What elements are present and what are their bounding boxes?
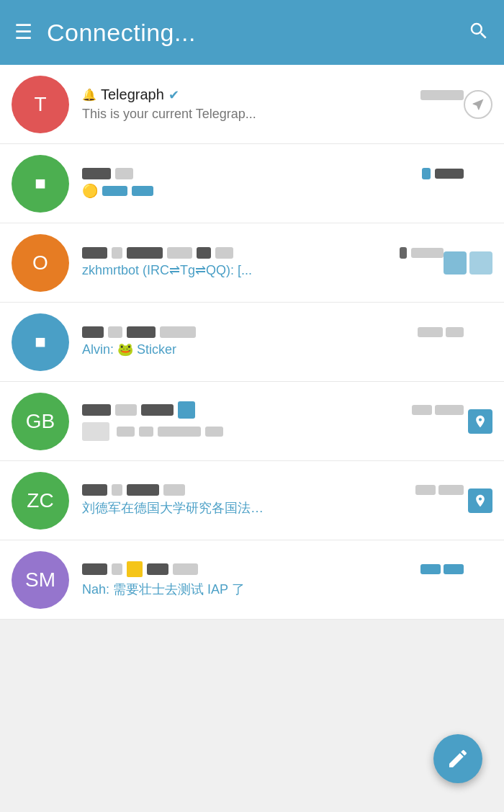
chat-preview-7: Nah: 需要壮士去测试 IAP 了 xyxy=(82,581,464,598)
chat-preview-5 xyxy=(82,422,464,441)
chat-content-5 xyxy=(82,401,464,441)
badge-area-5 xyxy=(464,409,492,434)
compose-fab[interactable] xyxy=(433,734,482,783)
chat-item-5[interactable]: GB xyxy=(0,382,504,461)
chat-content-3: zkhmrtbot (IRC⇌Tg⇌QQ): [... xyxy=(82,247,444,278)
chat-item-7[interactable]: SM Nah: 需要壮士去测试 IAP 了 xyxy=(0,540,504,620)
badge-area-6 xyxy=(464,488,492,513)
avatar-4: ■ xyxy=(12,313,69,371)
chat-content-7: Nah: 需要壮士去测试 IAP 了 xyxy=(82,561,464,598)
chat-item-6[interactable]: ZC 刘德军在德国大学研究各国法… xyxy=(0,461,504,540)
hamburger-icon[interactable]: ☰ xyxy=(14,22,32,43)
avatar-5: GB xyxy=(12,393,69,450)
chat-content-6: 刘德军在德国大学研究各国法… xyxy=(82,484,464,517)
chat-preview-4: Alvin: 🐸 Sticker xyxy=(82,342,464,357)
chat-item-3[interactable]: O zkhmrtbot (IRC⇌Tg⇌QQ): [... xyxy=(0,223,504,303)
avatar-2: ■ xyxy=(12,155,69,213)
search-icon[interactable] xyxy=(468,20,490,45)
chat-content-telegraph: 🔔 Telegraph ✔ This is your current Teleg… xyxy=(82,86,464,122)
chat-item-telegraph[interactable]: T 🔔 Telegraph ✔ This is your current Tel… xyxy=(0,65,504,144)
chat-preview-2: 🟡 xyxy=(82,183,464,199)
top-bar: ☰ Connecting... xyxy=(0,0,504,65)
avatar-7: SM xyxy=(12,551,69,609)
badge-area-3 xyxy=(444,251,492,275)
chat-name-telegraph: Telegraph xyxy=(101,86,164,103)
chat-content-4: Alvin: 🐸 Sticker xyxy=(82,326,464,357)
chat-item-4[interactable]: ■ Alvin: 🐸 Sticker xyxy=(0,303,504,382)
chat-preview-3: zkhmrtbot (IRC⇌Tg⇌QQ): [... xyxy=(82,262,444,278)
avatar-telegraph: T xyxy=(12,76,69,133)
chat-item-2[interactable]: ■ 🟡 xyxy=(0,144,504,223)
avatar-6: ZC xyxy=(12,472,69,530)
top-bar-title: Connecting... xyxy=(47,19,454,47)
verified-badge: ✔ xyxy=(168,87,179,103)
chat-preview-telegraph: This is your current Telegrap... xyxy=(82,107,464,122)
badge-area-telegraph xyxy=(464,90,492,119)
chat-list: T 🔔 Telegraph ✔ This is your current Tel… xyxy=(0,65,504,620)
chat-content-2: 🟡 xyxy=(82,168,464,199)
avatar-3: O xyxy=(12,234,69,292)
mute-icon: 🔔 xyxy=(82,88,96,102)
share-button[interactable] xyxy=(464,90,492,119)
chat-preview-6: 刘德军在德国大学研究各国法… xyxy=(82,499,464,517)
chat-time-telegraph xyxy=(420,89,464,102)
